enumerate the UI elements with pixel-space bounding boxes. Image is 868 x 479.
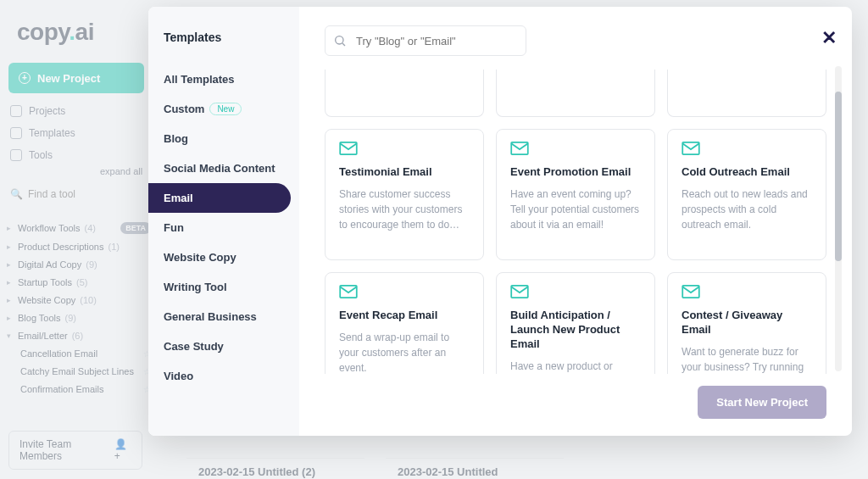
card-title: Event Promotion Email [510, 165, 641, 180]
category-video[interactable]: Video [148, 361, 299, 391]
expand-all-link[interactable]: expand all [100, 166, 142, 176]
envelope-icon [510, 285, 529, 298]
tree-item[interactable]: ▾Email/Letter (6) [7, 329, 151, 343]
modal-footer: Start New Project [299, 374, 852, 436]
template-card[interactable]: Testimonial Email Share customer success… [325, 129, 484, 260]
template-card[interactable]: Cold Outreach Email Reach out to new lea… [667, 129, 826, 260]
category-email[interactable]: Email [148, 183, 291, 213]
tree-subitem[interactable]: Cancellation Email☆ [7, 347, 151, 360]
tree-item[interactable]: ▸Product Descriptions (1) [7, 240, 151, 253]
template-card[interactable]: Contest / Giveaway Email Want to generat… [667, 272, 826, 374]
envelope-icon [682, 142, 700, 155]
category-all-templates[interactable]: All Templates [148, 64, 299, 94]
card-desc: Send a wrap-up email to your customers a… [339, 330, 470, 374]
new-project-button[interactable]: + New Project [8, 63, 144, 93]
category-social-media[interactable]: Social Media Content [148, 153, 299, 183]
sidebar-search-input[interactable] [28, 188, 121, 200]
sidebar-search[interactable]: 🔍 [10, 188, 121, 200]
person-plus-icon: 👤+ [114, 438, 131, 462]
sidebar-nav: Projects Templates Tools [10, 105, 75, 161]
start-new-project-button[interactable]: Start New Project [698, 386, 826, 419]
envelope-icon [682, 285, 700, 298]
modal-title: Templates [148, 31, 299, 64]
template-card[interactable]: Event Promotion Email Have an event comi… [496, 129, 655, 260]
new-badge: New [209, 103, 242, 115]
envelope-icon [510, 142, 529, 155]
envelope-icon [339, 142, 358, 155]
card-desc: Have an event coming up? Tell your poten… [510, 187, 641, 232]
svg-line-1 [342, 43, 345, 46]
card-desc: Reach out to new leads and prospects wit… [682, 187, 812, 232]
close-icon[interactable]: ✕ [821, 27, 837, 49]
template-card-partial[interactable] [667, 70, 826, 117]
modal-sidebar: Templates All Templates Custom New Blog … [148, 7, 299, 436]
template-icon [10, 127, 22, 139]
templates-modal: Templates All Templates Custom New Blog … [148, 7, 852, 436]
sidebar-tree: ▸Workflow Tools (4)BETA ▸Product Descrip… [7, 220, 151, 396]
template-card[interactable]: Event Recap Email Send a wrap-up email t… [325, 272, 484, 374]
template-search[interactable] [325, 25, 526, 56]
project-card[interactable]: 2023-02-15 Untitled [386, 458, 564, 475]
template-search-input[interactable] [325, 25, 526, 56]
modal-header: ✕ [299, 7, 852, 64]
svg-point-0 [336, 36, 343, 44]
search-icon [333, 34, 347, 51]
category-custom[interactable]: Custom New [148, 94, 299, 124]
template-card-partial[interactable] [496, 70, 655, 117]
tree-subitem[interactable]: Catchy Email Subject Lines☆ [7, 365, 151, 378]
sidebar-item-tools[interactable]: Tools [10, 149, 75, 161]
category-website-copy[interactable]: Website Copy [148, 242, 299, 272]
card-desc: Share customer success stories with your… [339, 187, 470, 232]
tree-subitem[interactable]: Confirmation Emails☆ [7, 382, 151, 396]
category-writing-tool[interactable]: Writing Tool [148, 272, 299, 302]
cards-area[interactable]: Testimonial Email Share customer success… [299, 64, 852, 374]
plus-icon: + [19, 72, 31, 84]
tree-item[interactable]: ▸Digital Ad Copy (9) [7, 258, 151, 271]
template-card-partial[interactable] [325, 70, 484, 117]
app-logo: copy.ai [17, 19, 94, 46]
category-general-business[interactable]: General Business [148, 302, 299, 331]
category-case-study[interactable]: Case Study [148, 331, 299, 361]
category-blog[interactable]: Blog [148, 124, 299, 153]
envelope-icon [339, 285, 358, 298]
tree-item[interactable]: ▸Website Copy (10) [7, 293, 151, 307]
sidebar-item-projects[interactable]: Projects [10, 105, 75, 117]
tree-item[interactable]: ▸Startup Tools (5) [7, 276, 151, 289]
tool-icon [10, 149, 22, 161]
template-card[interactable]: Build Anticipation / Launch New Product … [496, 272, 655, 374]
invite-team-button[interactable]: Invite Team Members 👤+ [8, 431, 142, 470]
card-title: Build Anticipation / Launch New Product … [510, 309, 641, 352]
new-project-label: New Project [37, 72, 100, 85]
card-title: Testimonial Email [339, 165, 470, 180]
grid-icon [10, 105, 22, 117]
sidebar-item-templates[interactable]: Templates [10, 127, 75, 139]
category-fun[interactable]: Fun [148, 213, 299, 242]
category-list: All Templates Custom New Blog Social Med… [148, 64, 299, 391]
card-desc: Want to generate buzz for your business?… [682, 344, 812, 374]
tree-item[interactable]: ▸Workflow Tools (4)BETA [7, 220, 151, 236]
card-title: Cold Outreach Email [682, 165, 812, 180]
card-desc: Have a new product or service? Create an… [510, 359, 641, 374]
beta-badge: BETA [120, 222, 151, 234]
tree-item[interactable]: ▸Blog Tools (9) [7, 311, 151, 325]
search-icon: 🔍 [10, 188, 23, 200]
project-card[interactable]: 2023-02-15 Untitled (2) [186, 458, 364, 475]
card-title: Event Recap Email [339, 309, 470, 323]
modal-main: ✕ Testimonial Email Share customer succe… [299, 7, 852, 436]
card-title: Contest / Giveaway Email [682, 309, 812, 337]
